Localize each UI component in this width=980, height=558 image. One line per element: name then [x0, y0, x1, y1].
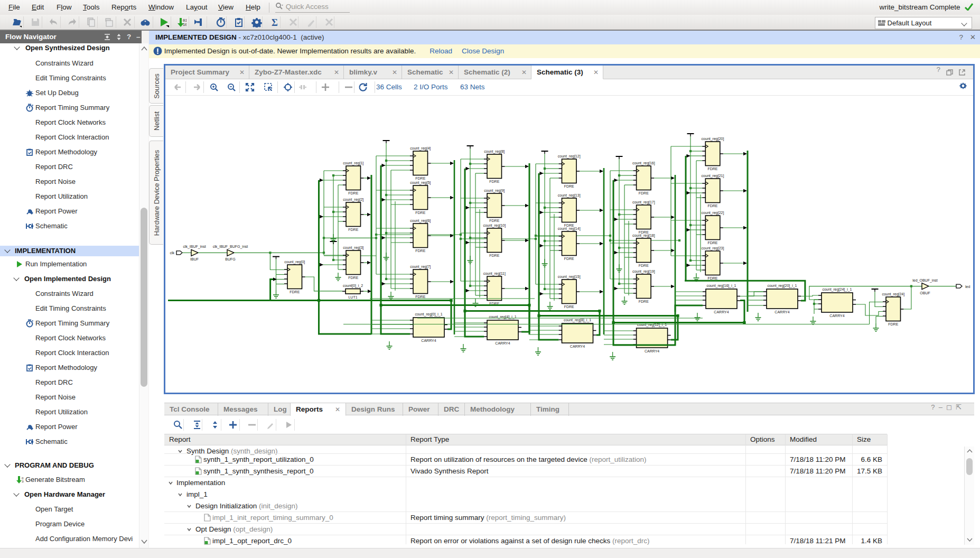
svg-text:FDRE: FDRE: [564, 257, 574, 261]
svg-text:count_reg[5]: count_reg[5]: [410, 181, 431, 185]
svg-text:FDRE: FDRE: [888, 322, 898, 326]
svg-text:count_reg[20]_i_1: count_reg[20]_i_1: [767, 284, 797, 288]
svg-text:CARRY4: CARRY4: [570, 345, 585, 348]
svg-text:clk_IBUF_BUFG_inst: clk_IBUF_BUFG_inst: [213, 245, 248, 249]
svg-text:count_reg[24]: count_reg[24]: [882, 292, 904, 296]
svg-text:FDRE: FDRE: [348, 276, 358, 280]
svg-text:count_reg[3]: count_reg[3]: [343, 246, 363, 250]
svg-text:CARRY4: CARRY4: [421, 339, 436, 342]
svg-text:BUFG: BUFG: [225, 257, 235, 261]
svg-text:count_reg[11]: count_reg[11]: [483, 272, 506, 276]
svg-text:FDRE: FDRE: [348, 191, 358, 195]
svg-text:FDRE: FDRE: [489, 254, 499, 257]
svg-text:FDRE: FDRE: [348, 228, 358, 231]
svg-text:count_reg[2]: count_reg[2]: [343, 198, 363, 202]
svg-text:FDRE: FDRE: [290, 290, 300, 294]
svg-text:FDRE: FDRE: [489, 219, 499, 222]
svg-text:FDRE: FDRE: [415, 249, 425, 253]
svg-text:FDRE: FDRE: [639, 300, 649, 303]
svg-text:count_reg[15]: count_reg[15]: [558, 275, 581, 279]
svg-text:FDRE: FDRE: [707, 204, 717, 208]
svg-text:count_reg[6]: count_reg[6]: [410, 219, 431, 223]
svg-text:count_reg[9]: count_reg[9]: [484, 189, 505, 193]
svg-text:count_reg[1]: count_reg[1]: [343, 161, 363, 165]
svg-text:clk_IBUF_inst: clk_IBUF_inst: [183, 245, 206, 249]
svg-text:count_reg[23]: count_reg[23]: [702, 246, 724, 250]
svg-text:count_reg[16]: count_reg[16]: [632, 161, 655, 165]
svg-text:10: 10: [183, 23, 186, 27]
svg-text:count_reg[14]: count_reg[14]: [558, 227, 581, 231]
svg-text:OBUF: OBUF: [920, 291, 930, 295]
svg-text:FDRE: FDRE: [639, 264, 649, 267]
svg-text:count_reg[17]: count_reg[17]: [632, 200, 655, 204]
svg-text:count_reg[24]_i_1: count_reg[24]_i_1: [822, 287, 852, 292]
svg-text:count_reg[22]: count_reg[22]: [702, 211, 724, 215]
svg-text:CARRY4: CARRY4: [774, 310, 789, 314]
svg-text:count_reg[0]_i_1: count_reg[0]_i_1: [415, 312, 442, 317]
svg-text:count_reg[4]_i_1: count_reg[4]_i_1: [489, 315, 516, 319]
svg-text:01: 01: [183, 18, 186, 23]
svg-text:count_reg[16]_i_1: count_reg[16]_i_1: [706, 284, 736, 288]
svg-text:led: led: [965, 285, 970, 289]
svg-text:FDRE: FDRE: [707, 167, 717, 171]
svg-text:CARRY4: CARRY4: [645, 349, 659, 353]
svg-text:FDRE: FDRE: [564, 305, 574, 309]
svg-text:Σ: Σ: [272, 17, 278, 27]
svg-text:count_reg[0]: count_reg[0]: [284, 260, 305, 264]
svg-text:FDRE: FDRE: [564, 184, 574, 188]
svg-text:count_reg[13]: count_reg[13]: [558, 193, 581, 198]
svg-text:count_reg[4]: count_reg[4]: [410, 146, 431, 151]
svg-text:CARRY4: CARRY4: [714, 310, 729, 314]
svg-text:FDRE: FDRE: [489, 180, 499, 183]
svg-text:count_reg[10]: count_reg[10]: [483, 224, 506, 228]
svg-text:count_reg[20]: count_reg[20]: [702, 137, 724, 141]
svg-text:FDRE: FDRE: [415, 295, 425, 299]
svg-text:count[0]_i_2: count[0]_i_2: [343, 284, 363, 288]
svg-text:count_reg[12]: count_reg[12]: [558, 154, 581, 159]
svg-text:count_reg[18]: count_reg[18]: [632, 234, 655, 238]
svg-text:FDRE: FDRE: [707, 241, 717, 245]
svg-text:clk: clk: [170, 251, 174, 255]
svg-text:count_reg[12]_i_1: count_reg[12]_i_1: [637, 323, 667, 327]
svg-text:CARRY4: CARRY4: [495, 341, 510, 345]
svg-text:FDRE: FDRE: [707, 276, 717, 280]
svg-text:FDRE: FDRE: [415, 211, 425, 215]
svg-text:count_reg[8]: count_reg[8]: [484, 150, 505, 154]
svg-text:count_reg[7]: count_reg[7]: [410, 265, 431, 269]
svg-text:count_reg[8]_i_1: count_reg[8]_i_1: [564, 318, 591, 322]
svg-text:count_reg[21]: count_reg[21]: [702, 174, 724, 178]
svg-text:CARRY4: CARRY4: [829, 314, 844, 318]
svg-text:IBUF: IBUF: [190, 257, 199, 261]
svg-text:FDRE: FDRE: [639, 191, 649, 195]
svg-text:count_reg[19]: count_reg[19]: [632, 269, 655, 274]
svg-text:FDRE: FDRE: [415, 176, 425, 180]
svg-text:LUT1: LUT1: [348, 295, 357, 299]
svg-text:led_OBUF_inst: led_OBUF_inst: [912, 278, 938, 283]
